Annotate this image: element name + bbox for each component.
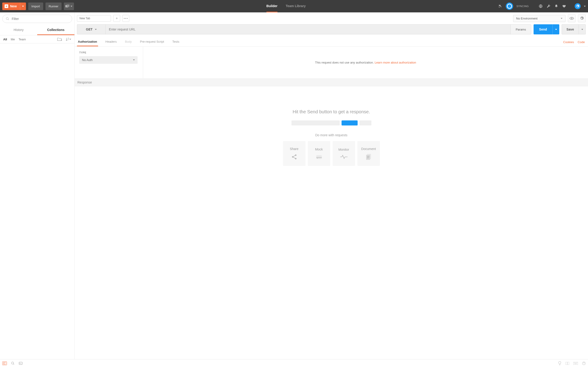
keyboard-icon[interactable] [573,362,578,365]
main-area: History Collections All Me Team New Tab … [0,12,588,359]
header-center-tabs: Builder Team Library [76,0,496,12]
auth-info: This request does not use any authorizat… [143,47,588,78]
card-document[interactable]: Document [357,141,380,166]
svg-line-5 [8,19,9,20]
subtab-body-label: Body [125,40,132,43]
filter-team[interactable]: Team [19,38,26,41]
filter-input[interactable] [12,17,69,21]
request-subtabs: Authorization Headers Body Pre-request S… [75,38,588,47]
new-window-button[interactable] [64,2,74,10]
environment-quicklook-button[interactable] [568,15,576,22]
request-tab[interactable]: New Tab [77,15,111,22]
globe-icon[interactable] [538,4,543,8]
subtab-authorization[interactable]: Authorization [77,38,98,46]
chevron-down-icon [561,18,562,19]
wrench-icon[interactable] [546,4,551,8]
illustration-bar [292,120,340,125]
svg-rect-1 [67,5,69,7]
sidebar-tabs: History Collections [0,25,74,35]
account-avatar[interactable] [575,3,581,9]
url-group: GET Params [77,24,531,34]
import-button[interactable]: Import [28,2,43,10]
chevron-down-icon [70,6,72,7]
environment-select[interactable]: No Environment [513,15,565,22]
svg-point-4 [6,17,8,19]
send-button[interactable]: Send [534,24,552,34]
subtab-prerequest[interactable]: Pre-request Script [139,38,165,46]
sync-badge[interactable] [506,2,513,10]
filter-box[interactable] [2,15,72,23]
subtab-prerequest-label: Pre-request Script [140,40,164,43]
tab-team-library-label: Team Library [286,4,306,8]
sort-icon[interactable] [66,37,71,41]
illustration-bar [342,120,358,125]
auth-type-label: TYPE [79,51,138,54]
subtab-tests[interactable]: Tests [171,38,180,46]
eye-icon [569,17,574,20]
cookies-link[interactable]: Cookies [563,40,574,44]
params-button[interactable]: Params [510,25,531,34]
subtab-headers-label: Headers [105,40,117,43]
satellite-icon[interactable] [498,4,502,8]
filter-me[interactable]: Me [11,38,15,41]
code-link[interactable]: Code [578,40,585,44]
subtab-authorization-label: Authorization [78,40,97,43]
chevron-down-icon [95,29,97,30]
save-dropdown[interactable] [579,24,586,34]
environment-selected-label: No Environment [516,17,537,20]
gear-icon [576,4,579,8]
tab-team-library[interactable]: Team Library [286,0,306,12]
console-icon[interactable] [19,362,23,365]
help-icon[interactable] [582,361,586,365]
card-share[interactable]: Share [283,141,305,166]
chevron-down-icon [69,39,71,40]
new-button-dropdown[interactable] [20,2,26,10]
send-dropdown[interactable] [552,24,559,34]
runner-button[interactable]: Runner [45,2,62,10]
auth-learn-more-link[interactable]: Learn more about authorization [375,61,416,64]
card-mock[interactable]: Mock [308,141,330,166]
request-tab-bar: New Tab + ••• No Environment [75,12,588,23]
bell-icon[interactable] [554,4,559,8]
auth-left: TYPE No Auth [75,47,143,78]
environment-settings-button[interactable] [578,15,586,22]
svg-point-2 [499,7,500,8]
dots-icon: ••• [124,17,128,20]
sidebar-tab-history-label: History [14,28,24,32]
filter-all[interactable]: All [3,38,7,41]
save-button[interactable]: Save [562,24,579,34]
app-header: + New Import Runner Builder Team Library… [0,0,588,12]
new-collection-icon[interactable] [57,37,62,41]
sidebar-tab-collections[interactable]: Collections [37,25,74,35]
url-input[interactable] [106,25,510,34]
status-bar [0,359,588,367]
subtab-headers[interactable]: Headers [104,38,118,46]
svg-point-37 [576,363,576,363]
bootcamp-icon[interactable] [558,361,561,365]
card-share-label: Share [290,147,298,151]
request-url-row: GET Params Send Save [77,24,586,34]
svg-point-38 [577,363,577,363]
windows-icon [65,5,69,8]
chevron-down-icon [555,29,557,30]
tab-builder[interactable]: Builder [267,0,277,12]
two-pane-icon[interactable] [565,362,569,365]
sidebar: History Collections All Me Team [0,12,75,359]
method-select[interactable]: GET [77,25,106,34]
svg-point-41 [584,364,584,364]
card-document-label: Document [361,147,376,151]
heart-icon[interactable] [562,4,566,8]
tab-options-button[interactable]: ••• [122,15,129,22]
sidebar-tab-history[interactable]: History [0,25,37,35]
server-icon [316,154,322,159]
auth-type-selected: No Auth [82,58,93,62]
auth-type-select[interactable]: No Auth [79,56,138,64]
sidebar-toggle-icon[interactable] [2,361,7,365]
subtab-body[interactable]: Body [124,38,133,46]
find-icon[interactable] [11,361,15,365]
new-button[interactable]: + New [2,2,20,10]
chevron-down-icon [22,6,24,7]
add-tab-button[interactable]: + [113,15,120,22]
card-monitor[interactable]: Monitor [333,141,355,166]
tab-builder-label: Builder [267,4,277,8]
